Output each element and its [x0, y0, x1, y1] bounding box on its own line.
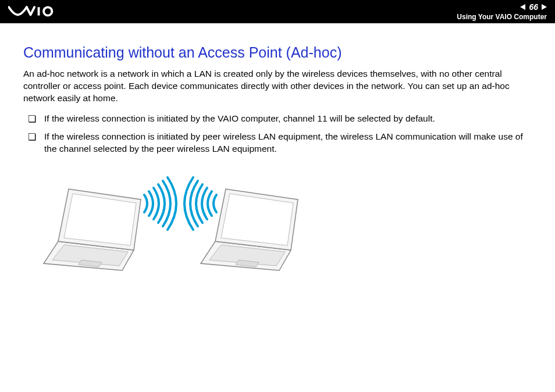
wireless-waves-left-icon	[144, 177, 176, 230]
vaio-logo	[8, 6, 72, 17]
page-number: 66	[529, 2, 538, 12]
header-right: 66 Using Your VAIO Computer	[457, 2, 547, 21]
wireless-waves-right-icon	[184, 177, 216, 230]
page-title: Communicating without an Access Point (A…	[23, 44, 532, 61]
page-nav: 66	[520, 2, 547, 12]
section-name: Using Your VAIO Computer	[457, 13, 547, 21]
svg-rect-0	[38, 7, 40, 15]
laptop-left-icon	[44, 189, 141, 270]
content: Communicating without an Access Point (A…	[0, 23, 555, 279]
bullet-list: If the wireless connection is initiated …	[23, 113, 532, 155]
next-page-arrow-icon[interactable]	[542, 4, 547, 10]
laptop-right-icon	[201, 189, 298, 270]
list-item: If the wireless connection is initiated …	[28, 113, 532, 125]
intro-paragraph: An ad-hoc network is a network in which …	[23, 68, 532, 105]
list-item: If the wireless connection is initiated …	[28, 131, 532, 155]
prev-page-arrow-icon[interactable]	[520, 4, 525, 10]
header-bar: 66 Using Your VAIO Computer	[0, 0, 555, 23]
svg-point-1	[44, 7, 52, 15]
adhoc-illustration	[41, 166, 532, 279]
